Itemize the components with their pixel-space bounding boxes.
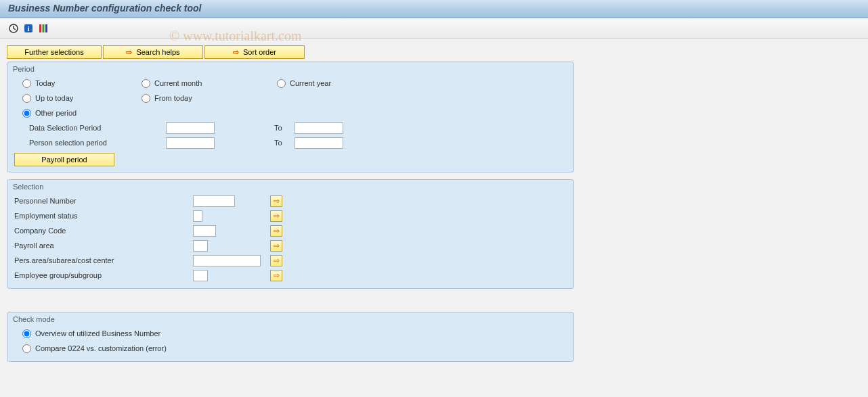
arrow-right-icon: ⇨	[126, 48, 132, 57]
radio-today[interactable]	[22, 79, 31, 88]
label-personnel-number: Personnel Number	[13, 197, 193, 205]
period-legend: Period	[13, 64, 568, 76]
svg-rect-7	[45, 24, 47, 32]
execute-icon[interactable]	[8, 23, 19, 34]
label-to-1: To	[274, 124, 295, 132]
svg-rect-6	[43, 24, 45, 32]
input-employment-status[interactable]	[193, 210, 202, 222]
input-person-period-to[interactable]	[295, 137, 343, 149]
input-data-period-from[interactable]	[166, 122, 215, 134]
input-employee-group[interactable]	[193, 270, 208, 281]
svg-text:i: i	[27, 24, 29, 32]
label-up-to-today: Up to today	[35, 94, 73, 102]
selection-legend: Selection	[13, 181, 568, 193]
radio-current-year[interactable]	[277, 79, 286, 88]
label-current-year: Current year	[290, 79, 331, 87]
label-employment-status: Employment status	[13, 212, 193, 220]
input-personnel-number[interactable]	[193, 195, 235, 207]
multi-select-payroll-area[interactable]: ⇨	[270, 240, 282, 252]
label-today: Today	[35, 79, 55, 87]
selection-buttons-row: Further selections ⇨Search helps ⇨Sort o…	[7, 45, 861, 59]
radio-from-today[interactable]	[142, 94, 150, 103]
radio-current-month[interactable]	[142, 79, 150, 88]
selection-groupbox: Selection Personnel Number ⇨ Employment …	[7, 179, 574, 289]
arrow-right-icon: ⇨	[233, 48, 239, 57]
label-employee-group: Employee group/subgroup	[13, 271, 193, 279]
page-title: Business Number configuration check tool	[8, 3, 860, 14]
check-mode-legend: Check mode	[13, 314, 568, 326]
app-toolbar: i	[0, 18, 868, 39]
label-data-selection-period: Data Selection Period	[13, 124, 166, 132]
input-data-period-to[interactable]	[295, 122, 343, 134]
info-icon[interactable]: i	[23, 23, 34, 34]
radio-overview[interactable]	[22, 329, 31, 338]
input-person-period-from[interactable]	[166, 137, 215, 149]
search-helps-button[interactable]: ⇨Search helps	[103, 45, 203, 59]
label-from-today: From today	[154, 94, 192, 102]
label-to-2: To	[274, 139, 295, 147]
multi-select-employment-status[interactable]: ⇨	[270, 210, 282, 222]
titlebar: Business Number configuration check tool	[0, 0, 868, 18]
label-person-selection-period: Person selection period	[13, 139, 166, 147]
svg-rect-5	[39, 24, 41, 32]
label-payroll-area: Payroll area	[13, 241, 193, 250]
label-pers-area: Pers.area/subarea/cost center	[13, 256, 193, 264]
further-selections-button[interactable]: Further selections	[7, 45, 102, 59]
multi-select-personnel-number[interactable]: ⇨	[270, 195, 282, 207]
input-payroll-area[interactable]	[193, 240, 208, 252]
content-area: Further selections ⇨Search helps ⇨Sort o…	[0, 39, 868, 375]
label-compare: Compare 0224 vs. customization (error)	[35, 344, 167, 352]
multi-select-employee-group[interactable]: ⇨	[270, 270, 282, 281]
payroll-period-button[interactable]: Payroll period	[14, 153, 114, 166]
input-company-code[interactable]	[193, 225, 216, 237]
variant-icon[interactable]	[38, 23, 49, 34]
check-mode-groupbox: Check mode Overview of utilized Business…	[7, 312, 574, 362]
multi-select-pers-area[interactable]: ⇨	[270, 255, 282, 266]
radio-other-period[interactable]	[22, 109, 31, 118]
radio-compare[interactable]	[22, 344, 31, 353]
input-pers-area[interactable]	[193, 255, 261, 266]
label-other-period: Other period	[35, 109, 77, 117]
svg-line-2	[14, 28, 16, 30]
period-groupbox: Period Today Current month Current year …	[7, 62, 574, 172]
sort-order-button[interactable]: ⇨Sort order	[204, 45, 305, 59]
label-company-code: Company Code	[13, 227, 193, 235]
label-overview: Overview of utilized Business Number	[35, 329, 160, 337]
label-current-month: Current month	[154, 79, 202, 87]
multi-select-company-code[interactable]: ⇨	[270, 225, 282, 237]
radio-up-to-today[interactable]	[22, 94, 31, 103]
